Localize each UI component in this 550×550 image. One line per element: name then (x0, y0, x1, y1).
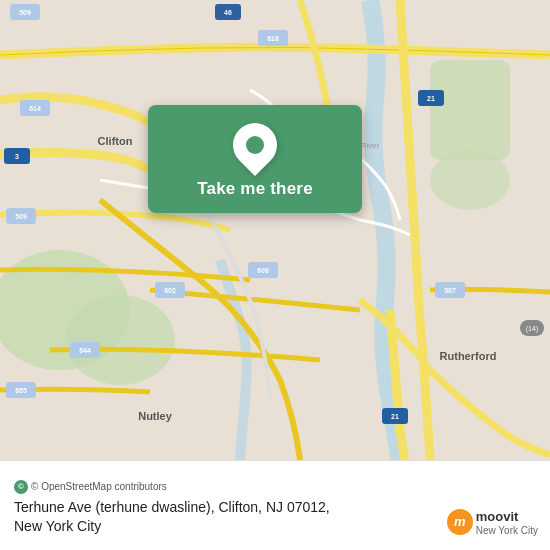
osm-logo: © (14, 480, 28, 494)
location-card: Take me there (148, 105, 362, 213)
svg-text:(14): (14) (526, 325, 538, 333)
svg-text:618: 618 (267, 35, 279, 42)
svg-text:614: 614 (29, 105, 41, 112)
svg-text:644: 644 (79, 347, 91, 354)
moovit-icon: m (447, 509, 473, 535)
svg-text:Clifton: Clifton (98, 135, 133, 147)
svg-point-4 (430, 150, 510, 210)
moovit-label-group: moovit New York City (476, 507, 538, 536)
map-area: 509 46 3 21 618 614 509 602 608 (0, 0, 550, 460)
svg-text:21: 21 (391, 413, 399, 420)
map-roads: 509 46 3 21 618 614 509 602 608 (0, 0, 550, 460)
svg-point-2 (65, 295, 175, 385)
svg-text:655: 655 (15, 387, 27, 394)
location-line2: New York City (14, 518, 101, 534)
svg-text:509: 509 (15, 213, 27, 220)
bottom-bar: © © OpenStreetMap contributors Terhune A… (0, 460, 550, 550)
moovit-badge: m moovit New York City (447, 507, 538, 536)
svg-rect-3 (430, 60, 510, 160)
take-me-there-button[interactable]: Take me there (197, 179, 313, 199)
svg-text:Nutley: Nutley (138, 410, 173, 422)
app-container: 509 46 3 21 618 614 509 602 608 (0, 0, 550, 550)
moovit-sublabel: New York City (476, 525, 538, 536)
location-pin (224, 114, 286, 176)
svg-text:507: 507 (444, 287, 456, 294)
svg-text:608: 608 (257, 267, 269, 274)
svg-text:21: 21 (427, 95, 435, 102)
svg-text:509: 509 (19, 9, 31, 16)
svg-text:Rutherford: Rutherford (440, 350, 497, 362)
svg-text:3: 3 (15, 153, 19, 160)
pin-inner (246, 136, 264, 154)
svg-text:46: 46 (224, 9, 232, 16)
osm-text: © OpenStreetMap contributors (31, 481, 167, 492)
location-line1: Terhune Ave (terhune dwasline), Clifton,… (14, 499, 330, 515)
moovit-label: moovit (476, 509, 519, 524)
moovit-m-letter: m (454, 514, 466, 529)
osm-credit: © © OpenStreetMap contributors (14, 480, 536, 494)
svg-text:602: 602 (164, 287, 176, 294)
